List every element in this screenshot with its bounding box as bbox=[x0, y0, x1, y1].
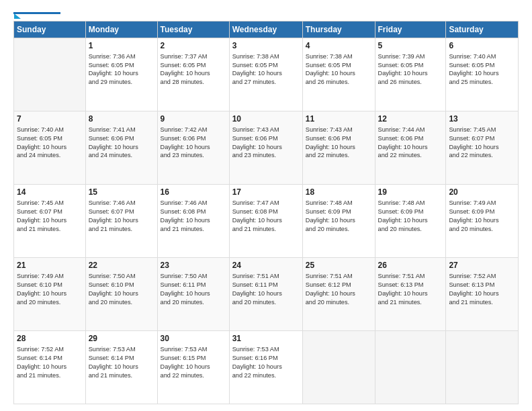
calendar-cell: 20Sunrise: 7:49 AM Sunset: 6:09 PM Dayli… bbox=[446, 184, 519, 257]
day-number: 18 bbox=[306, 187, 372, 197]
day-info: Sunrise: 7:46 AM Sunset: 6:07 PM Dayligh… bbox=[89, 199, 154, 234]
day-info: Sunrise: 7:52 AM Sunset: 6:13 PM Dayligh… bbox=[449, 272, 515, 307]
day-number: 1 bbox=[89, 40, 154, 51]
calendar-cell bbox=[14, 38, 86, 111]
calendar-cell: 27Sunrise: 7:52 AM Sunset: 6:13 PM Dayli… bbox=[446, 257, 519, 330]
day-info: Sunrise: 7:51 AM Sunset: 6:11 PM Dayligh… bbox=[232, 272, 300, 307]
calendar-table: SundayMondayTuesdayWednesdayThursdayFrid… bbox=[13, 21, 519, 405]
calendar-cell: 21Sunrise: 7:49 AM Sunset: 6:10 PM Dayli… bbox=[14, 257, 86, 330]
day-info: Sunrise: 7:43 AM Sunset: 6:06 PM Dayligh… bbox=[306, 126, 372, 161]
calendar-cell: 26Sunrise: 7:51 AM Sunset: 6:13 PM Dayli… bbox=[375, 257, 446, 330]
day-number: 26 bbox=[378, 260, 443, 271]
calendar-cell bbox=[375, 330, 446, 404]
day-info: Sunrise: 7:48 AM Sunset: 6:09 PM Dayligh… bbox=[378, 199, 443, 234]
day-number: 20 bbox=[449, 187, 515, 197]
day-number: 21 bbox=[17, 260, 83, 271]
day-info: Sunrise: 7:39 AM Sunset: 6:05 PM Dayligh… bbox=[378, 52, 443, 87]
weekday-header-thursday: Thursday bbox=[302, 21, 375, 38]
day-number: 22 bbox=[89, 260, 154, 271]
day-number: 11 bbox=[306, 113, 372, 124]
calendar-cell: 9Sunrise: 7:42 AM Sunset: 6:06 PM Daylig… bbox=[157, 111, 229, 184]
weekday-header-monday: Monday bbox=[85, 21, 157, 38]
weekday-header-wednesday: Wednesday bbox=[229, 21, 302, 38]
day-info: Sunrise: 7:45 AM Sunset: 6:07 PM Dayligh… bbox=[449, 126, 515, 161]
calendar-cell: 29Sunrise: 7:53 AM Sunset: 6:14 PM Dayli… bbox=[85, 330, 157, 404]
header bbox=[13, 11, 519, 14]
day-number: 19 bbox=[378, 187, 443, 197]
day-info: Sunrise: 7:37 AM Sunset: 6:05 PM Dayligh… bbox=[161, 52, 226, 87]
day-info: Sunrise: 7:40 AM Sunset: 6:05 PM Dayligh… bbox=[17, 126, 83, 161]
calendar-cell: 4Sunrise: 7:38 AM Sunset: 6:05 PM Daylig… bbox=[302, 38, 375, 111]
day-info: Sunrise: 7:38 AM Sunset: 6:05 PM Dayligh… bbox=[306, 52, 372, 87]
day-number: 25 bbox=[306, 260, 372, 271]
calendar-cell: 24Sunrise: 7:51 AM Sunset: 6:11 PM Dayli… bbox=[229, 257, 302, 330]
weekday-header-sunday: Sunday bbox=[14, 21, 86, 38]
day-number: 15 bbox=[89, 187, 154, 197]
day-number: 3 bbox=[232, 40, 300, 51]
calendar-cell: 28Sunrise: 7:52 AM Sunset: 6:14 PM Dayli… bbox=[14, 330, 86, 404]
calendar-cell: 22Sunrise: 7:50 AM Sunset: 6:10 PM Dayli… bbox=[85, 257, 157, 330]
day-number: 31 bbox=[232, 333, 300, 344]
day-info: Sunrise: 7:53 AM Sunset: 6:16 PM Dayligh… bbox=[232, 345, 300, 380]
day-number: 23 bbox=[161, 260, 226, 271]
calendar-cell: 5Sunrise: 7:39 AM Sunset: 6:05 PM Daylig… bbox=[375, 38, 446, 111]
calendar-cell: 14Sunrise: 7:45 AM Sunset: 6:07 PM Dayli… bbox=[14, 184, 86, 257]
day-number: 29 bbox=[89, 333, 154, 344]
day-number: 13 bbox=[449, 113, 515, 124]
day-info: Sunrise: 7:53 AM Sunset: 6:15 PM Dayligh… bbox=[161, 345, 226, 380]
day-info: Sunrise: 7:48 AM Sunset: 6:09 PM Dayligh… bbox=[306, 199, 372, 234]
calendar-cell: 13Sunrise: 7:45 AM Sunset: 6:07 PM Dayli… bbox=[446, 111, 519, 184]
day-info: Sunrise: 7:49 AM Sunset: 6:09 PM Dayligh… bbox=[449, 199, 515, 234]
day-info: Sunrise: 7:43 AM Sunset: 6:06 PM Dayligh… bbox=[232, 126, 300, 161]
day-info: Sunrise: 7:40 AM Sunset: 6:05 PM Dayligh… bbox=[449, 52, 515, 87]
day-number: 6 bbox=[449, 40, 515, 51]
calendar-cell: 30Sunrise: 7:53 AM Sunset: 6:15 PM Dayli… bbox=[157, 330, 229, 404]
calendar-cell: 16Sunrise: 7:46 AM Sunset: 6:08 PM Dayli… bbox=[157, 184, 229, 257]
calendar-cell: 1Sunrise: 7:36 AM Sunset: 6:05 PM Daylig… bbox=[85, 38, 157, 111]
day-info: Sunrise: 7:52 AM Sunset: 6:14 PM Dayligh… bbox=[17, 345, 83, 380]
day-number: 9 bbox=[161, 113, 226, 124]
calendar-cell: 7Sunrise: 7:40 AM Sunset: 6:05 PM Daylig… bbox=[14, 111, 86, 184]
day-info: Sunrise: 7:50 AM Sunset: 6:10 PM Dayligh… bbox=[89, 272, 154, 307]
day-number: 16 bbox=[161, 187, 226, 197]
day-info: Sunrise: 7:51 AM Sunset: 6:12 PM Dayligh… bbox=[306, 272, 372, 307]
day-info: Sunrise: 7:49 AM Sunset: 6:10 PM Dayligh… bbox=[17, 272, 83, 307]
calendar-cell: 2Sunrise: 7:37 AM Sunset: 6:05 PM Daylig… bbox=[157, 38, 229, 111]
calendar-cell: 11Sunrise: 7:43 AM Sunset: 6:06 PM Dayli… bbox=[302, 111, 375, 184]
day-number: 5 bbox=[378, 40, 443, 51]
day-info: Sunrise: 7:53 AM Sunset: 6:14 PM Dayligh… bbox=[89, 345, 154, 380]
day-info: Sunrise: 7:38 AM Sunset: 6:05 PM Dayligh… bbox=[232, 52, 300, 87]
day-number: 7 bbox=[17, 113, 83, 124]
day-number: 4 bbox=[306, 40, 372, 51]
day-info: Sunrise: 7:42 AM Sunset: 6:06 PM Dayligh… bbox=[161, 126, 226, 161]
calendar-cell: 25Sunrise: 7:51 AM Sunset: 6:12 PM Dayli… bbox=[302, 257, 375, 330]
weekday-header-friday: Friday bbox=[375, 21, 446, 38]
calendar-cell: 12Sunrise: 7:44 AM Sunset: 6:06 PM Dayli… bbox=[375, 111, 446, 184]
calendar-cell: 18Sunrise: 7:48 AM Sunset: 6:09 PM Dayli… bbox=[302, 184, 375, 257]
calendar-cell: 31Sunrise: 7:53 AM Sunset: 6:16 PM Dayli… bbox=[229, 330, 302, 404]
calendar-cell: 19Sunrise: 7:48 AM Sunset: 6:09 PM Dayli… bbox=[375, 184, 446, 257]
calendar-cell bbox=[302, 330, 375, 404]
day-number: 24 bbox=[232, 260, 300, 271]
day-info: Sunrise: 7:51 AM Sunset: 6:13 PM Dayligh… bbox=[378, 272, 443, 307]
day-number: 28 bbox=[17, 333, 83, 344]
day-number: 27 bbox=[449, 260, 515, 271]
day-info: Sunrise: 7:50 AM Sunset: 6:11 PM Dayligh… bbox=[161, 272, 226, 307]
day-info: Sunrise: 7:44 AM Sunset: 6:06 PM Dayligh… bbox=[378, 126, 443, 161]
day-info: Sunrise: 7:45 AM Sunset: 6:07 PM Dayligh… bbox=[17, 199, 83, 234]
logo-arrow-icon bbox=[14, 13, 21, 19]
day-number: 17 bbox=[232, 187, 300, 197]
day-number: 10 bbox=[232, 113, 300, 124]
calendar-cell: 8Sunrise: 7:41 AM Sunset: 6:06 PM Daylig… bbox=[85, 111, 157, 184]
day-number: 2 bbox=[161, 40, 226, 51]
day-info: Sunrise: 7:46 AM Sunset: 6:08 PM Dayligh… bbox=[161, 199, 226, 234]
day-info: Sunrise: 7:47 AM Sunset: 6:08 PM Dayligh… bbox=[232, 199, 300, 234]
calendar-cell: 6Sunrise: 7:40 AM Sunset: 6:05 PM Daylig… bbox=[446, 38, 519, 111]
calendar-cell: 3Sunrise: 7:38 AM Sunset: 6:05 PM Daylig… bbox=[229, 38, 302, 111]
calendar-cell: 17Sunrise: 7:47 AM Sunset: 6:08 PM Dayli… bbox=[229, 184, 302, 257]
calendar-cell: 23Sunrise: 7:50 AM Sunset: 6:11 PM Dayli… bbox=[157, 257, 229, 330]
day-info: Sunrise: 7:36 AM Sunset: 6:05 PM Dayligh… bbox=[89, 52, 154, 87]
page-container: SundayMondayTuesdayWednesdayThursdayFrid… bbox=[0, 0, 532, 411]
day-info: Sunrise: 7:41 AM Sunset: 6:06 PM Dayligh… bbox=[89, 126, 154, 161]
weekday-header-tuesday: Tuesday bbox=[157, 21, 229, 38]
